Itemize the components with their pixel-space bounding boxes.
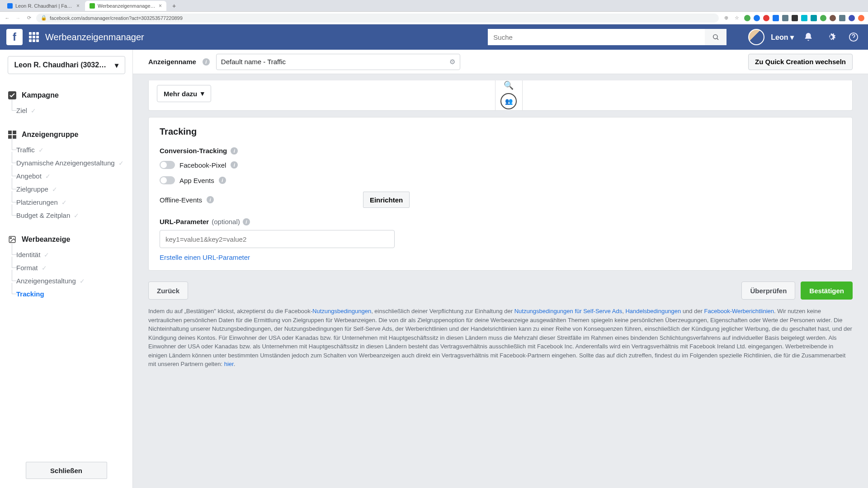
info-icon[interactable]: i xyxy=(231,147,238,155)
nav-sub-placements[interactable]: Platzierungen✓ xyxy=(0,196,132,209)
chevron-down-icon: ▾ xyxy=(115,61,118,70)
chevron-down-icon: ▾ xyxy=(790,33,794,41)
extension-icon[interactable] xyxy=(754,15,760,21)
info-icon[interactable]: i xyxy=(219,177,226,184)
check-icon: ✓ xyxy=(74,212,79,219)
optional-text: (optional) xyxy=(212,218,240,225)
confirm-button[interactable]: Bestätigen xyxy=(801,282,853,300)
svg-rect-6 xyxy=(8,135,12,139)
help-icon[interactable] xyxy=(845,29,862,45)
zoom-icon[interactable]: 🔍 xyxy=(504,80,514,90)
search-input[interactable] xyxy=(488,29,705,45)
nav-section-campaign: Kampagne Ziel ✓ xyxy=(0,82,132,122)
nav-sub-label: Platzierungen xyxy=(16,198,58,206)
nav-sub-offer[interactable]: Angebot✓ xyxy=(0,169,132,183)
zoom-icon[interactable]: ⊕ xyxy=(722,15,730,21)
svg-rect-5 xyxy=(13,131,16,134)
back-icon[interactable]: ← xyxy=(4,15,11,21)
nav-ad[interactable]: Werbeanzeige xyxy=(0,231,132,248)
extension-icon[interactable] xyxy=(858,15,864,21)
forward-icon[interactable]: → xyxy=(14,15,22,21)
extension-icon[interactable] xyxy=(801,15,807,21)
extension-icon[interactable] xyxy=(773,15,779,21)
info-icon[interactable]: i xyxy=(207,196,214,203)
nav-section-adset: Anzeigengruppe Traffic✓ Dynamische Anzei… xyxy=(0,122,132,226)
browser-tab[interactable]: Leon R. Chaudhari | Facebook × xyxy=(3,1,84,11)
extension-icon[interactable] xyxy=(811,15,817,21)
nav-label: Werbeanzeige xyxy=(22,235,70,244)
close-icon[interactable]: × xyxy=(159,3,162,9)
close-icon[interactable]: × xyxy=(76,3,80,9)
check-icon: ✓ xyxy=(44,251,49,258)
nav-sub-dynamic[interactable]: Dynamische Anzeigengestaltung✓ xyxy=(0,156,132,169)
gear-icon[interactable]: ⚙ xyxy=(449,58,455,66)
nav-section-ad: Werbeanzeige Identität✓ Format✓ Anzeigen… xyxy=(0,226,132,305)
search-button[interactable] xyxy=(705,29,726,45)
selfserve-link[interactable]: Nutzungsbedingungen für Self-Serve Ads xyxy=(514,308,623,314)
nav-sub-traffic[interactable]: Traffic✓ xyxy=(0,143,132,156)
new-tab-button[interactable]: + xyxy=(169,1,179,11)
tab-label: Leon R. Chaudhari | Facebook xyxy=(15,3,74,9)
commercial-link[interactable]: Handelsbedingungen xyxy=(625,308,681,314)
browser-tab-active[interactable]: Werbeanzeigenmanager - Cre… × xyxy=(85,1,166,11)
check-icon: ✓ xyxy=(80,277,85,285)
star-icon[interactable]: ☆ xyxy=(733,15,741,21)
url-param-input[interactable] xyxy=(160,230,395,248)
apps-grid-icon[interactable] xyxy=(29,32,39,42)
close-button[interactable]: Schließen xyxy=(26,462,107,479)
adpolicy-link[interactable]: Facebook-Werberichtlinien xyxy=(704,308,774,314)
extension-icon[interactable] xyxy=(820,15,826,21)
nav-sub-audience[interactable]: Zielgruppe✓ xyxy=(0,183,132,196)
legal-text: Indem du auf „Bestätigen" klickst, akzep… xyxy=(148,307,853,369)
user-menu[interactable]: Leon ▾ xyxy=(771,33,794,42)
ad-name-input[interactable]: Default name - Traffic ⚙ xyxy=(216,54,460,70)
extension-icon[interactable] xyxy=(849,15,855,21)
settings-icon[interactable] xyxy=(823,29,839,45)
info-icon[interactable]: i xyxy=(203,58,210,66)
search-container xyxy=(488,29,726,45)
nav-campaign[interactable]: Kampagne xyxy=(0,87,132,104)
nav-sub-identity[interactable]: Identität✓ xyxy=(0,248,132,261)
info-icon[interactable]: i xyxy=(231,161,238,169)
quick-creation-button[interactable]: Zu Quick Creation wechseln xyxy=(748,54,853,70)
setup-button[interactable]: Einrichten xyxy=(363,192,410,208)
extension-icon[interactable] xyxy=(744,15,750,21)
nav-sub-tracking[interactable]: Tracking xyxy=(0,287,132,300)
review-button[interactable]: Überprüfen xyxy=(741,282,795,300)
people-icon[interactable]: 👥 xyxy=(500,93,517,109)
address-bar[interactable]: 🔒 facebook.com/adsmanager/creation?act=3… xyxy=(36,14,719,23)
tos-link[interactable]: Nutzungsbedingungen xyxy=(312,308,371,314)
app-events-toggle[interactable] xyxy=(160,176,175,184)
ad-name-label: Anzeigenname xyxy=(148,58,196,66)
svg-rect-7 xyxy=(13,135,16,139)
nav-adset[interactable]: Anzeigengruppe xyxy=(0,126,132,143)
image-icon xyxy=(8,235,16,244)
extension-icon[interactable] xyxy=(763,15,769,21)
pixel-toggle[interactable] xyxy=(160,161,175,169)
extension-icon[interactable] xyxy=(782,15,788,21)
chevron-down-icon: ▾ xyxy=(201,89,204,98)
facebook-logo[interactable]: f xyxy=(6,29,23,45)
nav-sub-format[interactable]: Format✓ xyxy=(0,261,132,274)
check-icon: ✓ xyxy=(38,146,44,154)
here-link[interactable]: hier xyxy=(224,361,234,367)
svg-rect-4 xyxy=(8,131,12,134)
cta-dropdown[interactable]: Mehr dazu ▾ xyxy=(157,85,211,102)
account-selector[interactable]: Leon R. Chaudhari (3032… ▾ xyxy=(8,56,125,74)
offline-events-row: Offline-Events i Einrichten xyxy=(160,192,841,208)
reload-icon[interactable]: ⟳ xyxy=(25,15,33,21)
notifications-icon[interactable] xyxy=(800,29,816,45)
nav-sub-creative[interactable]: Anzeigengestaltung✓ xyxy=(0,274,132,287)
nav-sub-ziel[interactable]: Ziel ✓ xyxy=(0,104,132,117)
extension-icon[interactable] xyxy=(792,15,798,21)
url-text: facebook.com/adsmanager/creation?act=303… xyxy=(50,15,183,21)
info-icon[interactable]: i xyxy=(243,218,250,225)
back-button[interactable]: Zurück xyxy=(148,282,188,300)
extension-icon[interactable] xyxy=(839,15,845,21)
avatar[interactable] xyxy=(748,29,764,45)
url-builder-link[interactable]: Erstelle einen URL-Parameter xyxy=(160,253,250,261)
nav-sub-budget[interactable]: Budget & Zeitplan✓ xyxy=(0,209,132,222)
tracking-card: Tracking Conversion-Tracking i Facebook-… xyxy=(148,117,853,271)
scroll-area[interactable]: Mehr dazu ▾ 🔍 👥 Tracking Conversion-Trac… xyxy=(133,74,868,488)
extension-icon[interactable] xyxy=(830,15,836,21)
